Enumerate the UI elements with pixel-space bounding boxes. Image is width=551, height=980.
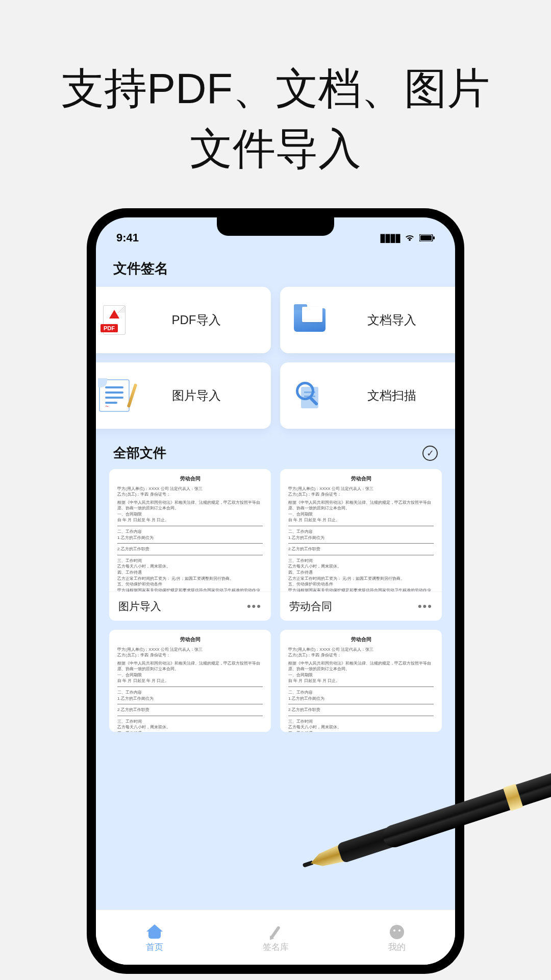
file-card[interactable]: 劳动合同 甲方(用人单位)：XXXX 公司 法定代表人：张三 乙方(员工)：李四… [280,469,442,621]
image-import-label: 图片导入 [133,387,260,404]
image-sign-icon: ~ [96,377,133,414]
select-toggle-icon[interactable]: ✓ [422,446,438,461]
signal-icon: ▮▮▮▮ [380,231,400,244]
file-name: 劳动合同 [289,599,332,614]
doc-import-label: 文档导入 [328,312,455,328]
file-card[interactable]: 劳动合同 甲方(用人单位)：XXXX 公司 法定代表人：张三 乙方(员工)：李四… [109,630,271,732]
doc-import-card[interactable]: 文档导入 [280,287,455,353]
more-icon[interactable]: ••• [247,600,262,613]
tab-mine-label: 我的 [388,941,406,953]
file-preview: 劳动合同 甲方(用人单位)：XXXX 公司 法定代表人：张三 乙方(员工)：李四… [280,630,442,732]
status-indicators: ▮▮▮▮ [380,231,435,244]
action-cards: PDF PDF导入 文档导入 ~ 图片导入 [96,287,455,429]
file-grid-row2: 劳动合同 甲方(用人单位)：XXXX 公司 法定代表人：张三 乙方(员工)：李四… [96,630,455,732]
tab-home-label: 首页 [146,941,163,953]
all-files-header: 全部文件 ✓ [96,429,455,469]
pdf-icon: PDF [96,302,133,338]
battery-icon [419,234,435,241]
phone-frame: 9:41 ▮▮▮▮ 文件签名 PDF PDF导入 [87,208,464,974]
all-files-title: 全部文件 [113,444,166,462]
hero-line1: 支持PDF、文档、图片 [0,59,551,119]
tab-sign-label: 签名库 [263,941,289,953]
folder-icon [291,302,328,338]
svg-rect-2 [433,236,435,239]
hero-title: 支持PDF、文档、图片 文件导入 [0,0,551,179]
tab-mine[interactable]: 我的 [388,925,406,953]
image-import-card[interactable]: ~ 图片导入 [96,362,271,429]
scan-icon [291,377,328,414]
file-preview: 劳动合同 甲方(用人单位)：XXXX 公司 法定代表人：张三 乙方(员工)：李四… [280,469,442,592]
face-icon [388,925,406,939]
file-card[interactable]: 劳动合同 甲方(用人单位)：XXXX 公司 法定代表人：张三 乙方(员工)：李四… [280,630,442,732]
pdf-import-label: PDF导入 [133,312,260,328]
doc-scan-card[interactable]: 文档扫描 [280,362,455,429]
tab-sign-library[interactable]: 签名库 [263,925,289,953]
file-grid-row1: 劳动合同 甲方(用人单位)：XXXX 公司 法定代表人：张三 乙方(员工)：李四… [96,469,455,621]
file-card[interactable]: 劳动合同 甲方(用人单位)：XXXX 公司 法定代表人：张三 乙方(员工)：李四… [109,469,271,621]
file-preview: 劳动合同 甲方(用人单位)：XXXX 公司 法定代表人：张三 乙方(员工)：李四… [109,469,271,592]
file-name: 图片导入 [118,599,161,614]
doc-scan-label: 文档扫描 [328,387,455,404]
file-preview: 劳动合同 甲方(用人单位)：XXXX 公司 法定代表人：张三 乙方(员工)：李四… [109,630,271,732]
phone-screen: 9:41 ▮▮▮▮ 文件签名 PDF PDF导入 [96,217,455,965]
phone-notch [217,217,334,236]
more-icon[interactable]: ••• [418,600,433,613]
file-sign-title: 文件签名 [96,248,455,287]
pdf-import-card[interactable]: PDF PDF导入 [96,287,271,353]
hero-line2: 文件导入 [0,119,551,179]
tab-bar: 首页 签名库 我的 [96,910,455,965]
svg-rect-1 [420,235,432,240]
home-icon [146,925,163,939]
status-time: 9:41 [116,231,139,244]
wifi-icon [404,234,415,242]
tab-home[interactable]: 首页 [146,925,163,953]
pen-icon [267,925,284,939]
